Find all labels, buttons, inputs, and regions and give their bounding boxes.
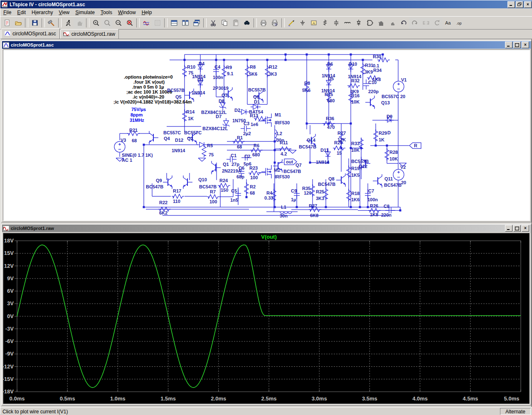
close-button[interactable]: × (524, 1, 532, 8)
zoom-in-icon[interactable] (90, 17, 101, 29)
open-icon[interactable] (12, 17, 24, 29)
toolbar-separator (86, 18, 89, 27)
schematic-window: circloMOSprot1.asc × (1, 40, 532, 222)
find-icon[interactable] (241, 17, 252, 29)
menu-file[interactable]: File (0, 9, 14, 16)
schematic-icon (3, 42, 9, 48)
status-bar: Click to plot wire current I(V1) Alterna… (0, 407, 532, 415)
tile-vertical-icon[interactable] (180, 17, 191, 29)
menu-simulate[interactable]: Simulate (72, 9, 98, 16)
waveform-icon (63, 31, 70, 37)
schematic-window-title: circloMOSprot1.asc (11, 42, 54, 47)
paste-icon[interactable] (230, 17, 241, 29)
toolbar: AEEAa.op (0, 16, 532, 30)
svg-text:E: E (423, 21, 426, 25)
waveform-icon (3, 226, 9, 231)
component-icon[interactable] (364, 17, 375, 29)
redo-icon[interactable] (409, 17, 420, 29)
menu-hierarchy[interactable]: Hierarchy (29, 9, 56, 16)
cut-icon[interactable] (207, 17, 219, 29)
waveform-maximize-button[interactable] (513, 225, 521, 232)
waveform-window: circloMOSprot1.raw × (1, 224, 532, 406)
text-icon[interactable]: Aa (443, 17, 454, 29)
svg-text:E: E (426, 21, 429, 25)
toolbar-separator (136, 18, 140, 27)
window-title: LTspice IV - circloMOSprot1.asc (10, 2, 85, 7)
tab-circloMOSprot1.asc[interactable]: circloMOSprot1.asc (1, 28, 60, 39)
waveform-window-title: circloMOSprot1.raw (11, 226, 54, 231)
print-preview-icon[interactable] (269, 17, 280, 29)
zoom-out-icon[interactable] (113, 17, 124, 29)
ltspice-main-window: LTspice IV - circloMOSprot1.asc × FileEd… (0, 0, 532, 415)
run-icon[interactable] (62, 17, 74, 29)
tab-circloMOSprot1.raw[interactable]: circloMOSprot1.raw (60, 29, 119, 39)
waveform-canvas[interactable] (3, 233, 530, 404)
halt-icon[interactable] (74, 17, 85, 29)
diode-icon[interactable] (353, 17, 364, 29)
resistor-icon[interactable] (319, 17, 330, 29)
main-title-bar[interactable]: LTspice IV - circloMOSprot1.asc × (0, 0, 532, 8)
schematic-icon (4, 31, 11, 36)
copy-icon[interactable] (219, 17, 230, 29)
autorange-icon[interactable] (140, 17, 152, 29)
toolbar-separator (164, 18, 167, 27)
ground-icon[interactable] (297, 17, 308, 29)
schematic-canvas[interactable] (3, 49, 530, 221)
undo-icon[interactable] (398, 17, 409, 29)
pan-icon[interactable] (152, 17, 163, 29)
toolbar-separator (254, 18, 257, 27)
schematic-close-button[interactable]: × (522, 42, 529, 48)
print-icon[interactable] (258, 17, 269, 29)
save-icon[interactable] (29, 17, 40, 29)
status-message: Click to plot wire current I(V1) (0, 409, 68, 415)
menu-tools[interactable]: Tools (98, 9, 115, 16)
svg-text:A: A (312, 21, 315, 25)
zoom-full-icon[interactable] (124, 17, 135, 29)
toolbar-separator (25, 18, 28, 27)
control-panel-icon[interactable] (46, 17, 57, 29)
waveform-title-bar[interactable]: circloMOSprot1.raw × (2, 225, 531, 232)
schematic-maximize-button[interactable] (513, 42, 521, 48)
label-net-icon[interactable]: A (308, 17, 319, 29)
mirror-icon[interactable]: EE (420, 17, 431, 29)
svg-text:Aa: Aa (445, 20, 451, 25)
waveform-close-button[interactable]: × (522, 225, 529, 232)
menu-help[interactable]: Help (139, 9, 155, 16)
spice-directive-icon[interactable]: .op (454, 17, 465, 29)
status-mode-badge: Alternate (500, 408, 531, 415)
zoom-back-icon[interactable] (101, 17, 113, 29)
svg-text:.op: .op (456, 21, 462, 25)
schematic-minimize-button[interactable] (505, 42, 512, 48)
toolbar-separator (281, 18, 285, 27)
wire-icon[interactable] (286, 17, 297, 29)
menu-view[interactable]: View (56, 9, 72, 16)
tile-horizontal-icon[interactable] (168, 17, 180, 29)
rotate-icon[interactable] (431, 17, 443, 29)
new-schematic-icon[interactable] (1, 17, 12, 29)
cascade-icon[interactable] (191, 17, 202, 29)
toolbar-separator (42, 18, 45, 27)
inductor-icon[interactable] (342, 17, 353, 29)
drag-icon[interactable] (387, 17, 398, 29)
minimize-button[interactable] (507, 1, 515, 8)
capacitor-icon[interactable] (330, 17, 342, 29)
menu-bar: FileEditHierarchyViewSimulateToolsWindow… (0, 8, 532, 17)
menu-window[interactable]: Window (115, 9, 139, 16)
toolbar-separator (58, 18, 62, 27)
restore-button[interactable] (516, 1, 523, 8)
toolbar-separator (203, 18, 207, 27)
schematic-title-bar[interactable]: circloMOSprot1.asc × (2, 41, 531, 49)
tab-bar: circloMOSprot1.asccircloMOSprot1.raw (0, 30, 532, 39)
app-icon (2, 2, 8, 7)
move-icon[interactable] (375, 17, 387, 29)
waveform-minimize-button[interactable] (505, 225, 512, 232)
menu-edit[interactable]: Edit (14, 9, 29, 16)
